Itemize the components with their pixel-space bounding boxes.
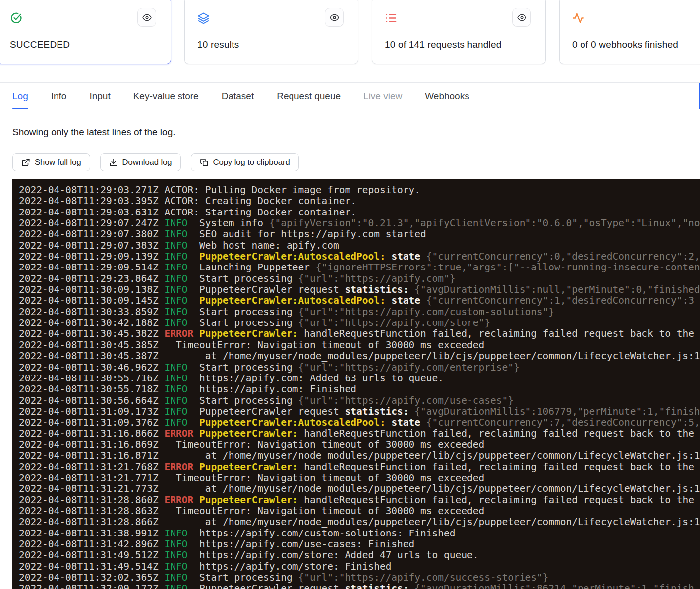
- eye-icon: [517, 12, 527, 23]
- log-line: 2022-04-08T11:31:21.773Z at /home/myuser…: [19, 483, 700, 494]
- layers-icon: [197, 12, 210, 24]
- activity-icon: [572, 12, 584, 24]
- tab-label: Input: [89, 91, 110, 102]
- card-label: 10 of 141 requests handled: [385, 39, 502, 50]
- log-line: 2022-04-08T11:31:16.871Z at /home/myuser…: [19, 450, 700, 461]
- log-line: 2022-04-08T11:31:49.514Z INFO https://ap…: [19, 561, 700, 572]
- status-cards: SUCCEEDED10 results10 of 141 requests ha…: [0, 0, 700, 64]
- log-line: 2022-04-08T11:29:03.631Z ACTOR: Starting…: [19, 207, 700, 218]
- log-line: 2022-04-08T11:30:46.962Z INFO Start proc…: [19, 362, 700, 373]
- log-line: 2022-04-08T11:30:45.387Z at /home/myuser…: [19, 351, 700, 362]
- log-line: 2022-04-08T11:30:33.859Z INFO Start proc…: [19, 307, 700, 318]
- card-label: 0 of 0 webhooks finished: [572, 39, 678, 50]
- log-line: 2022-04-08T11:31:09.173Z INFO PuppeteerC…: [19, 406, 700, 417]
- active-tab-underline: [12, 108, 28, 109]
- tab-label: Log: [12, 91, 28, 102]
- tab-label: Webhooks: [425, 91, 469, 102]
- log-line: 2022-04-08T11:30:55.718Z INFO https://ap…: [19, 384, 700, 395]
- tab-info[interactable]: Info: [51, 83, 67, 109]
- log-line: 2022-04-08T11:29:07.380Z INFO SEO audit …: [19, 229, 700, 240]
- log-line: 2022-04-08T11:30:42.188Z INFO Start proc…: [19, 318, 700, 328]
- tab-label: Live view: [363, 91, 402, 102]
- tab-input[interactable]: Input: [89, 83, 110, 109]
- status-card-0-of-0-webhooks-finished[interactable]: 0 of 0 webhooks finished: [559, 0, 700, 64]
- log-line: 2022-04-08T11:30:45.382Z ERROR Puppeteer…: [19, 328, 700, 339]
- tab-webhooks[interactable]: Webhooks: [425, 83, 469, 109]
- log-line: 2022-04-08T11:29:09.139Z INFO PuppeteerC…: [19, 251, 700, 262]
- log-note: Showing only the latest lines of the log…: [12, 127, 175, 138]
- eye-button[interactable]: [512, 8, 531, 27]
- card-label: 10 results: [197, 39, 239, 50]
- status-card-10-of-141-requests-handled[interactable]: 10 of 141 requests handled: [372, 0, 546, 64]
- eye-icon: [329, 12, 340, 23]
- log-line: 2022-04-08T11:29:07.247Z INFO System inf…: [19, 218, 700, 229]
- log-line: 2022-04-08T11:31:38.991Z INFO https://ap…: [19, 528, 700, 539]
- download-icon: [109, 158, 118, 167]
- card-label: SUCCEEDED: [10, 39, 70, 50]
- status-card-succeeded[interactable]: SUCCEEDED: [0, 0, 171, 64]
- button-label: Download log: [122, 158, 172, 167]
- copy-log-to-clipboard-button[interactable]: Copy log to clipboard: [191, 153, 299, 171]
- log-line: 2022-04-08T11:29:07.383Z INFO Web host n…: [19, 240, 700, 251]
- log-line: 2022-04-08T11:31:16.866Z ERROR Puppeteer…: [19, 428, 700, 439]
- download-log-button[interactable]: Download log: [100, 153, 181, 171]
- log-line: 2022-04-08T11:30:09.138Z INFO PuppeteerC…: [19, 284, 700, 295]
- log-actions: Show full logDownload logCopy log to cli…: [12, 153, 299, 171]
- log-line: 2022-04-08T11:31:42.896Z INFO https://ap…: [19, 539, 700, 550]
- tab-request-queue[interactable]: Request queue: [277, 83, 341, 109]
- eye-button[interactable]: [325, 8, 344, 27]
- tab-key-value-store[interactable]: Key-value store: [133, 83, 199, 109]
- log-line: 2022-04-08T11:32:09.172Z INFO PuppeteerC…: [19, 583, 700, 589]
- tab-bar: LogInfoInputKey-value storeDatasetReques…: [0, 82, 700, 109]
- log-terminal[interactable]: 2022-04-08T11:29:03.271Z ACTOR: Pulling …: [12, 179, 700, 589]
- list-icon: [385, 12, 397, 24]
- tab-label: Dataset: [222, 91, 254, 102]
- tab-live-view: Live view: [363, 83, 402, 109]
- log-line: 2022-04-08T11:31:09.376Z INFO PuppeteerC…: [19, 417, 700, 428]
- external-link-icon: [21, 158, 30, 167]
- log-line: 2022-04-08T11:30:55.716Z INFO https://ap…: [19, 373, 700, 384]
- log-line: 2022-04-08T11:31:28.866Z at /home/myuser…: [19, 517, 700, 528]
- log-line: 2022-04-08T11:31:49.512Z INFO https://ap…: [19, 550, 700, 561]
- log-line: 2022-04-08T11:29:23.864Z INFO Start proc…: [19, 273, 700, 284]
- log-line: 2022-04-08T11:30:09.145Z INFO PuppeteerC…: [19, 295, 700, 306]
- copy-icon: [200, 158, 209, 167]
- log-line: 2022-04-08T11:29:09.514Z INFO Launching …: [19, 262, 700, 273]
- log-line: 2022-04-08T11:31:21.771Z TimeoutError: N…: [19, 473, 700, 483]
- button-label: Copy log to clipboard: [213, 158, 290, 167]
- log-line: 2022-04-08T11:29:03.395Z ACTOR: Creating…: [19, 196, 700, 207]
- log-line: 2022-04-08T11:31:28.860Z ERROR Puppeteer…: [19, 495, 700, 506]
- log-line: 2022-04-08T11:31:21.768Z ERROR Puppeteer…: [19, 462, 700, 473]
- log-line: 2022-04-08T11:29:03.271Z ACTOR: Pulling …: [19, 185, 700, 196]
- button-label: Show full log: [35, 158, 81, 167]
- status-card-10-results[interactable]: 10 results: [184, 0, 358, 64]
- eye-button[interactable]: [137, 8, 156, 27]
- show-full-log-button[interactable]: Show full log: [12, 153, 90, 171]
- eye-icon: [142, 12, 152, 23]
- log-line: 2022-04-08T11:30:56.664Z INFO Start proc…: [19, 395, 700, 406]
- tab-log[interactable]: Log: [12, 83, 28, 109]
- log-line: 2022-04-08T11:31:28.863Z TimeoutError: N…: [19, 506, 700, 517]
- log-line: 2022-04-08T11:32:02.365Z INFO Start proc…: [19, 572, 700, 583]
- log-line: 2022-04-08T11:31:16.869Z TimeoutError: N…: [19, 439, 700, 450]
- check-circle-icon: [10, 12, 22, 24]
- log-line: 2022-04-08T11:30:45.385Z TimeoutError: N…: [19, 340, 700, 351]
- tab-label: Request queue: [277, 91, 341, 102]
- tab-label: Info: [51, 91, 67, 102]
- tab-dataset[interactable]: Dataset: [222, 83, 254, 109]
- tab-label: Key-value store: [133, 91, 199, 102]
